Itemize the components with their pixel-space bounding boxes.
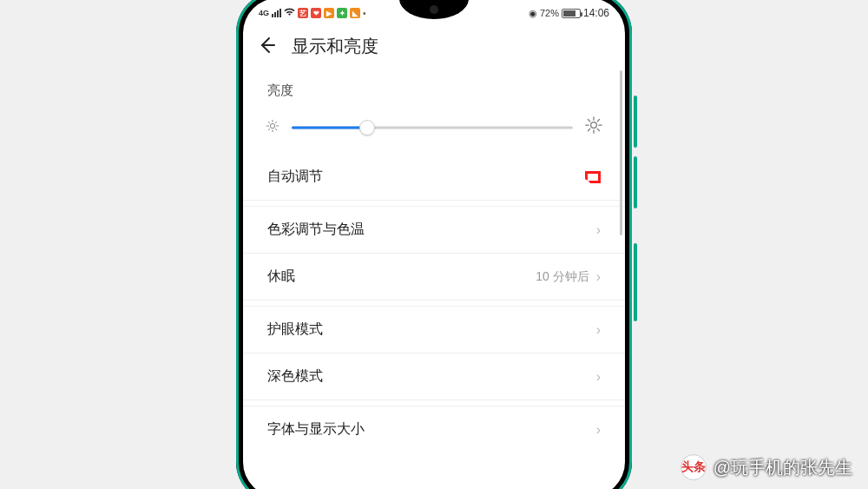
chevron-right-icon: › xyxy=(596,369,601,385)
svg-line-8 xyxy=(275,122,276,122)
svg-line-6 xyxy=(275,129,276,129)
eye-comfort-icon: ◉ xyxy=(529,8,537,19)
sleep-value: 10 分钟后 xyxy=(536,269,589,285)
auto-brightness-label: 自动调节 xyxy=(267,168,323,186)
svg-line-5 xyxy=(268,122,269,122)
font-size-row[interactable]: 字体与显示大小 › xyxy=(243,406,625,453)
app-notif-icon-4: ✦ xyxy=(337,8,347,18)
battery-pct-label: 72% xyxy=(540,8,559,18)
volume-down-button xyxy=(634,156,637,208)
network-type-label: 4G xyxy=(259,9,269,17)
watermark-text: @玩手机的张先生 xyxy=(713,456,852,479)
app-notif-icon-2: ❤ xyxy=(311,8,321,18)
watermark: 头条 @玩手机的张先生 xyxy=(681,454,852,480)
more-notif-dots: • xyxy=(363,9,366,18)
phone-frame: 4G 艺 ❤ ▶ ✦ ◣ • ◉ 72% 14:06 xyxy=(236,0,632,489)
svg-line-14 xyxy=(589,120,590,122)
watermark-logo: 头条 xyxy=(681,454,707,480)
brightness-slider-knob[interactable] xyxy=(359,120,375,135)
svg-point-0 xyxy=(270,123,274,128)
battery-icon xyxy=(562,9,581,18)
chevron-right-icon: › xyxy=(596,222,601,238)
svg-line-7 xyxy=(268,129,269,129)
app-notif-icon-3: ▶ xyxy=(324,8,334,18)
svg-line-15 xyxy=(597,129,599,130)
sleep-row[interactable]: 休眠 10 分钟后 › xyxy=(243,253,625,300)
svg-line-16 xyxy=(589,129,590,130)
sleep-label: 休眠 xyxy=(267,268,295,286)
volume-up-button xyxy=(634,96,637,148)
brightness-slider[interactable] xyxy=(292,119,573,136)
font-size-label: 字体与显示大小 xyxy=(267,420,365,439)
eye-care-label: 护眼模式 xyxy=(267,320,323,339)
brightness-section-label: 亮度 xyxy=(243,74,625,104)
dark-mode-row[interactable]: 深色模式 › xyxy=(243,353,625,400)
svg-point-9 xyxy=(591,122,597,129)
dark-mode-label: 深色模式 xyxy=(267,367,323,386)
chevron-right-icon: › xyxy=(596,422,601,438)
clock-label: 14:06 xyxy=(583,7,609,19)
brightness-slider-row xyxy=(243,104,625,154)
app-header: 显示和亮度 xyxy=(243,23,625,67)
signal-icon xyxy=(272,9,281,17)
brightness-low-icon xyxy=(266,119,279,135)
back-button[interactable] xyxy=(259,36,276,57)
page-title: 显示和亮度 xyxy=(292,35,378,58)
app-notif-icon-5: ◣ xyxy=(350,8,360,18)
svg-line-17 xyxy=(597,120,599,122)
wifi-icon xyxy=(284,8,295,18)
brightness-high-icon xyxy=(585,116,602,138)
color-temp-row[interactable]: 色彩调节与色温 › xyxy=(243,206,625,253)
chevron-right-icon: › xyxy=(596,322,601,338)
scrollbar[interactable] xyxy=(620,70,622,235)
annotation-highlight-box xyxy=(585,171,601,183)
auto-brightness-row: 自动调节 xyxy=(243,154,625,200)
power-button xyxy=(634,243,637,321)
eye-care-row[interactable]: 护眼模式 › xyxy=(243,306,625,353)
color-temp-label: 色彩调节与色温 xyxy=(267,221,365,239)
chevron-right-icon: › xyxy=(596,269,601,285)
app-notif-icon-1: 艺 xyxy=(298,8,308,18)
